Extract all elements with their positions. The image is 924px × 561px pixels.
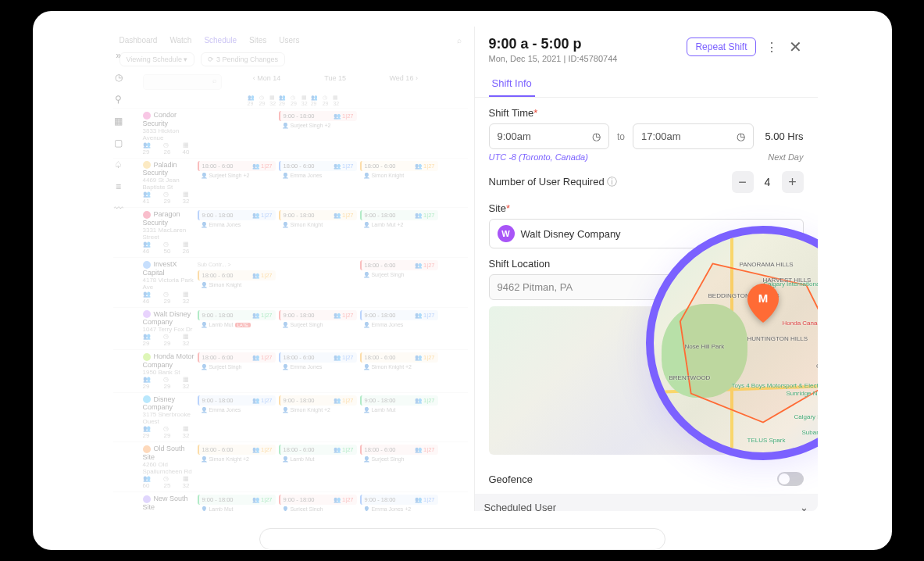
nav-watch[interactable]: Watch <box>169 36 191 45</box>
location-label: Shift Location <box>489 258 551 270</box>
clock-icon: ◷ <box>592 130 601 142</box>
zoom-in-icon[interactable]: + <box>780 431 799 450</box>
drawer-title: 9:00 a - 5:00 p <box>489 36 618 52</box>
schedule-row[interactable]: InvestX Capital4178 Victoria Park Ave👥 4… <box>113 257 468 307</box>
quantity-value: 4 <box>757 176 779 188</box>
timezone-label: UTC -8 (Toronto, Canada) <box>489 152 588 162</box>
nextday-label: Next Day <box>768 152 803 162</box>
nav-sites[interactable]: Sites <box>249 36 266 45</box>
site-avatar: W <box>498 225 515 242</box>
repeat-shift-button[interactable]: Repeat Shift <box>687 38 755 56</box>
site-label: Site* <box>489 202 804 214</box>
pending-changes[interactable]: ⟳ 3 Pending Changes <box>201 52 285 66</box>
nav-schedule[interactable]: Schedule <box>204 36 237 45</box>
chevron-down-icon[interactable]: ⌄ <box>787 228 795 240</box>
scheduled-user-section[interactable]: Scheduled User⌄ <box>475 494 818 511</box>
schedule-row[interactable]: Walt Disney Company1047 Terry Fox Dr👥 29… <box>113 307 468 350</box>
nav-dashboard[interactable]: Dashboard <box>120 36 158 45</box>
edit-icon[interactable]: ✎ <box>757 228 765 240</box>
clock-icon: ◷ <box>737 130 745 142</box>
start-time-input[interactable]: 9:00am◷ <box>489 123 610 149</box>
site-select[interactable]: W Walt Disney Company ✎ ✕ ⌄ <box>489 219 804 248</box>
address-input[interactable]: 9462 Pitman, PA <box>489 274 804 300</box>
search-icon[interactable]: ⌕ <box>457 36 462 45</box>
schedule-row[interactable]: Disney Company3175 Sherbrooke Ouest👥 29◷… <box>113 392 468 442</box>
drawer-subtitle: Mon, Dec 15, 2021 | ID:45780744 <box>489 54 618 63</box>
more-icon[interactable]: ⋮ <box>764 38 780 56</box>
top-nav: Dashboard Watch Schedule Sites Users ⌕ <box>113 33 468 48</box>
increment-button[interactable]: + <box>782 171 804 193</box>
schedule-row[interactable]: Honda Motor Company1950 Bank St👥 29◷ 29▦… <box>113 349 468 392</box>
geofence-label: Geofence <box>489 473 533 485</box>
schedule-row[interactable]: Condor Security3833 Hickton Avenue👥 29◷ … <box>113 108 468 158</box>
schedule-row[interactable]: New South Site307 Danforth Avenue👥 29◷ 2… <box>113 491 468 511</box>
map-view[interactable]: ⛶ − + <box>489 306 804 455</box>
fullscreen-icon[interactable]: ⛶ <box>780 311 799 330</box>
shift-drawer: 9:00 a - 5:00 p Mon, Dec 15, 2021 | ID:4… <box>474 27 818 511</box>
day-mon[interactable]: ‹ Mon 14 <box>233 74 301 90</box>
view-selector[interactable]: Viewing Schedule ▾ <box>120 52 195 66</box>
schedule-background: Dashboard Watch Schedule Sites Users ⌕ V… <box>107 27 474 511</box>
site-search[interactable] <box>143 74 222 90</box>
schedule-row[interactable]: Paladin Security4469 St Jean Baptiste St… <box>113 158 468 208</box>
num-users-label: Number of User Required ⓘ <box>489 175 618 189</box>
shift-time-label: Shift Time* <box>489 107 804 119</box>
decrement-button[interactable]: − <box>732 171 754 193</box>
nav-users[interactable]: Users <box>279 36 299 45</box>
to-label: to <box>617 131 625 142</box>
end-time-input[interactable]: 17:00am◷ <box>633 123 754 149</box>
tab-shift-info[interactable]: Shift Info <box>489 71 535 97</box>
day-wed[interactable]: Wed 16 › <box>369 74 438 90</box>
close-icon[interactable]: ✕ <box>787 36 804 58</box>
delete-icon[interactable]: ✕ <box>772 228 780 240</box>
geofence-toggle[interactable] <box>777 472 804 486</box>
site-name: Walt Disney Company <box>521 228 751 240</box>
same-as-site-checkbox[interactable]: Same as Site <box>734 259 803 270</box>
quantity-stepper: − 4 + <box>732 171 804 193</box>
schedule-row[interactable]: Old South Site4260 Old Spallumcheen Rd👥 … <box>113 441 468 491</box>
zoom-out-icon[interactable]: − <box>780 409 799 428</box>
chevron-down-icon: ⌄ <box>800 502 808 511</box>
hours-value: 5.00 Hrs <box>762 130 804 142</box>
day-tue[interactable]: Tue 15 <box>301 74 369 90</box>
schedule-row[interactable]: Paragon Security3331 MacLaren Street👥 46… <box>113 207 468 257</box>
